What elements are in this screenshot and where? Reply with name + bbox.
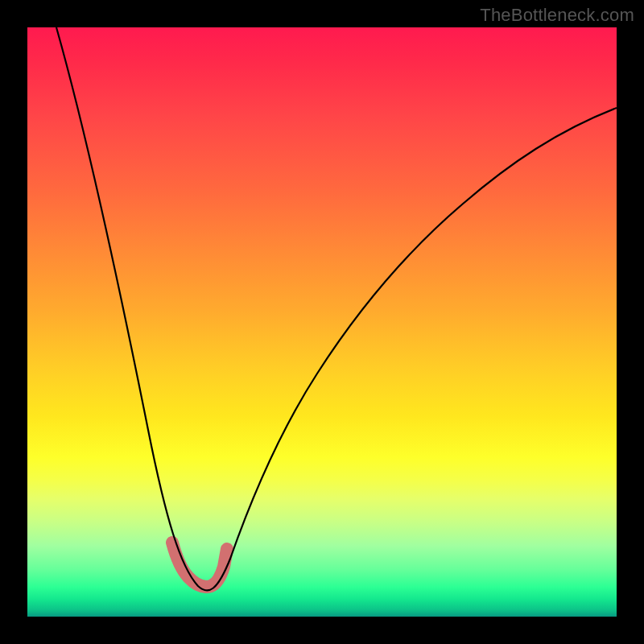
- bottleneck-chart: [27, 27, 617, 617]
- optimal-region-highlight: [172, 543, 227, 587]
- chart-svg: [27, 27, 617, 617]
- watermark-text: TheBottleneck.com: [480, 5, 634, 26]
- bottleneck-curve: [56, 27, 617, 591]
